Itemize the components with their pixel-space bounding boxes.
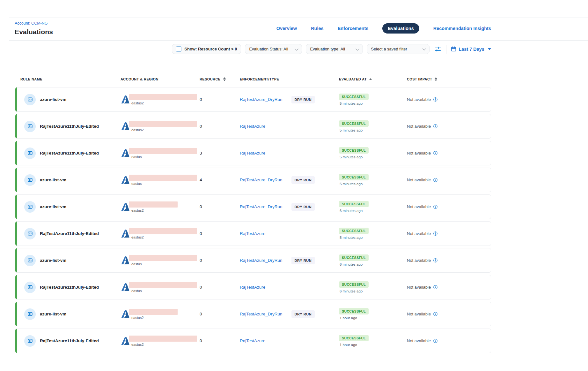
redacted-account-name: [129, 201, 178, 208]
region-label: eastus: [129, 155, 197, 159]
resource-count: 0: [200, 97, 240, 102]
redacted-account-name: [129, 282, 197, 288]
info-icon[interactable]: [433, 312, 438, 316]
evaluated-time: 6 minutes ago: [339, 262, 363, 266]
rule-name: azure-list-vm: [40, 97, 66, 102]
azure-icon: [121, 283, 130, 292]
table-row: RajTestAzure11thJuly-Edited eastus 0 Raj…: [15, 275, 491, 299]
chevron-down-icon: [423, 47, 426, 50]
info-icon[interactable]: [433, 204, 438, 209]
rule-name: azure-list-vm: [40, 258, 66, 263]
resource-count: 0: [200, 285, 240, 290]
cost-impact-value: Not available: [407, 204, 431, 209]
evaluations-table: RULE NAME ACCOUNT & REGION RESOURCE ENFO…: [15, 74, 491, 353]
filter-divider: [446, 45, 446, 54]
resource-count-filter-label: Show: Resource Count > 0: [184, 47, 237, 51]
resource-count-filter[interactable]: Show: Resource Count > 0: [172, 44, 241, 54]
rule-icon: [24, 282, 36, 293]
date-range-picker[interactable]: Last 7 Days: [451, 46, 491, 52]
saved-filter-placeholder: Select a saved filter: [371, 47, 407, 51]
top-nav: Overview Rules Enforcements Evaluations …: [276, 23, 491, 34]
region-label: eastus2: [129, 101, 197, 105]
table-header-row: RULE NAME ACCOUNT & REGION RESOURCE ENFO…: [15, 74, 491, 84]
enforcement-link[interactable]: RajTestAzure: [240, 338, 265, 343]
cost-impact-value: Not available: [407, 312, 431, 316]
info-icon[interactable]: [433, 231, 438, 236]
evaluation-type-value: Evaluation type: All: [310, 47, 345, 51]
redacted-account-name: [129, 94, 197, 100]
status-badge: SUCCESSFUL: [339, 228, 369, 234]
evaluation-status-select[interactable]: Evaluation Status: All: [245, 44, 302, 54]
info-icon[interactable]: [433, 338, 438, 343]
enforcement-link[interactable]: RajTestAzure_DryRun: [240, 258, 283, 263]
page-header: Account: CCM-NG Evaluations Overview Rul…: [15, 18, 491, 40]
info-icon[interactable]: [433, 151, 438, 155]
filter-settings-button[interactable]: [433, 45, 442, 54]
sort-icon[interactable]: [223, 77, 226, 81]
column-header-account-region: ACCOUNT & REGION: [121, 77, 200, 81]
azure-icon: [121, 229, 130, 238]
enforcement-link[interactable]: RajTestAzure: [240, 231, 265, 236]
status-badge: SUCCESSFUL: [339, 254, 369, 261]
enforcement-link[interactable]: RajTestAzure_DryRun: [240, 204, 283, 209]
region-label: eastus: [129, 289, 197, 293]
status-badge: SUCCESSFUL: [339, 174, 369, 180]
rule-name: RajTestAzure11thJuly-Edited: [40, 338, 99, 343]
evaluated-time: 1 hour ago: [339, 343, 357, 347]
enforcement-link[interactable]: RajTestAzure: [240, 124, 265, 129]
redacted-account-name: [129, 336, 197, 342]
rule-name: azure-list-vm: [40, 312, 66, 316]
rule-icon: [24, 94, 36, 105]
table-row: RajTestAzure11thJuly-Edited eastus2 0 Ra…: [15, 114, 491, 139]
rule-icon: [24, 228, 36, 239]
info-icon[interactable]: [433, 285, 438, 290]
breadcrumb[interactable]: Account: CCM-NG: [15, 18, 48, 26]
enforcement-link[interactable]: RajTestAzure: [240, 151, 265, 155]
sort-icon[interactable]: [435, 77, 437, 81]
rule-name: azure-list-vm: [40, 178, 66, 182]
status-badge: SUCCESSFUL: [339, 281, 369, 288]
region-label: eastus2: [129, 316, 178, 320]
column-header-rule-name: RULE NAME: [17, 77, 121, 81]
evaluation-type-select[interactable]: Evaluation type: All: [306, 44, 363, 54]
redacted-account-name: [129, 148, 197, 154]
column-header-evaluated-at[interactable]: EVALUATED AT: [339, 77, 407, 81]
region-label: eastus2: [129, 343, 197, 346]
evaluated-time: 5 minutes ago: [339, 102, 363, 105]
region-label: eastus: [129, 262, 197, 266]
rule-name: RajTestAzure11thJuly-Edited: [40, 231, 99, 236]
dry-run-badge: DRY RUN: [291, 203, 315, 211]
info-icon[interactable]: [433, 97, 438, 102]
tab-evaluations[interactable]: Evaluations: [382, 23, 419, 34]
azure-icon: [121, 336, 130, 345]
cost-impact-value: Not available: [407, 285, 431, 290]
tab-recommendation-insights[interactable]: Recommendation Insights: [433, 26, 491, 31]
filter-bar: Show: Resource Count > 0 Evaluation Stat…: [15, 44, 491, 54]
rule-icon: [24, 201, 36, 213]
rule-icon: [24, 335, 36, 347]
info-icon[interactable]: [433, 124, 438, 129]
evaluated-time: 5 minutes ago: [339, 236, 363, 239]
enforcement-link[interactable]: RajTestAzure_DryRun: [240, 178, 283, 182]
azure-icon: [121, 95, 130, 104]
enforcement-link[interactable]: RajTestAzure_DryRun: [240, 312, 283, 316]
evaluated-time: 1 hour ago: [339, 316, 357, 320]
rule-icon: [24, 148, 36, 159]
table-body: azure-list-vm eastus2 0 RajTestAzure_Dry…: [15, 87, 491, 353]
caret-down-icon: [488, 48, 491, 50]
enforcement-link[interactable]: RajTestAzure_DryRun: [240, 97, 283, 102]
status-badge: SUCCESSFUL: [339, 201, 369, 207]
resource-count-checkbox[interactable]: [176, 46, 181, 52]
table-row: azure-list-vm eastus2 0 RajTestAzure_Dry…: [15, 302, 491, 326]
sort-asc-icon[interactable]: [369, 78, 372, 80]
tab-rules[interactable]: Rules: [311, 26, 324, 31]
enforcement-link[interactable]: RajTestAzure: [240, 285, 265, 290]
column-header-cost-impact[interactable]: COST IMPACT: [407, 77, 491, 81]
saved-filter-select[interactable]: Select a saved filter: [367, 44, 430, 54]
tab-overview[interactable]: Overview: [276, 26, 297, 31]
column-header-resource[interactable]: RESOURCE: [200, 77, 240, 81]
status-badge: SUCCESSFUL: [339, 120, 369, 127]
info-icon[interactable]: [433, 258, 438, 263]
info-icon[interactable]: [433, 178, 438, 182]
tab-enforcements[interactable]: Enforcements: [338, 26, 369, 31]
